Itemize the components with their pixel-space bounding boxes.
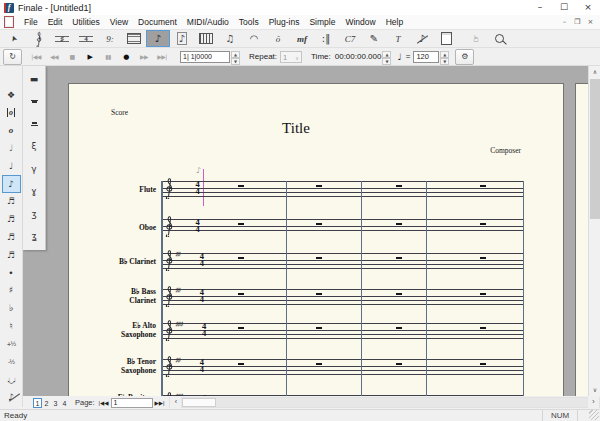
menu-document[interactable]: Document <box>133 15 182 29</box>
staff-lines[interactable] <box>161 323 524 339</box>
page-tab-1[interactable]: 1 <box>33 398 42 408</box>
child-minimize-button[interactable]: – <box>558 16 571 29</box>
half-note[interactable]: ♩ <box>2 139 21 157</box>
page-tab-4[interactable]: 4 <box>60 398 69 408</box>
menu-midi-audio[interactable]: MIDI/Audio <box>182 15 234 29</box>
minimize-button[interactable]: – <box>528 0 552 15</box>
child-restore-button[interactable]: ❐ <box>571 16 584 29</box>
half-step-up[interactable]: +½ <box>2 335 21 353</box>
tie[interactable]: ♩‿♩ <box>2 371 21 389</box>
menu-plug-ins[interactable]: Plug-ins <box>264 15 305 29</box>
reposition-tool[interactable]: ❖ <box>2 86 21 104</box>
resize-grip[interactable] <box>589 410 599 420</box>
half-step-down[interactable]: -½ <box>2 353 21 371</box>
hundred-twenty-eighth-note[interactable]: ♬ <box>2 246 21 264</box>
close-button[interactable]: × <box>576 0 600 15</box>
menu-edit[interactable]: Edit <box>43 15 68 29</box>
play-button[interactable]: ▶ <box>81 53 99 61</box>
staff-lines[interactable] <box>161 253 524 269</box>
quarter-note[interactable]: ♩ <box>2 157 21 175</box>
simple-entry-tool[interactable]: ♪ <box>146 30 170 47</box>
move-to-start-button[interactable]: |◀◀ <box>27 53 45 61</box>
sixty-fourth-note[interactable]: ♬ <box>2 228 21 246</box>
staff-lines[interactable] <box>161 289 524 305</box>
natural[interactable]: ♮ <box>2 317 21 335</box>
staff-tool[interactable] <box>26 30 50 47</box>
resize-tool[interactable]: ♪ <box>410 30 434 47</box>
vertical-scrollbar[interactable]: ∧ ∨ <box>588 66 600 396</box>
eighth-note[interactable]: ♪ <box>2 175 21 193</box>
tempo-spinner[interactable]: ▲▼ <box>440 51 449 63</box>
augmentation-dot[interactable]: • <box>2 264 21 282</box>
score-page[interactable]: Score Title Composer ♪ Flute44Oboe44B♭ C… <box>68 83 564 396</box>
menu-utilities[interactable]: Utilities <box>67 15 104 29</box>
sixty-fourth-rest[interactable]: ʓ <box>25 225 44 247</box>
vertical-scrollbar-thumb[interactable] <box>590 79 600 219</box>
sixteenth-rest[interactable]: ɣ <box>25 180 44 202</box>
text-tool[interactable]: T <box>386 30 410 47</box>
sixteenth-note[interactable]: ♬ <box>2 193 21 211</box>
playback-settings-button[interactable]: ⚙ <box>455 49 474 65</box>
double-whole-rest[interactable]: ▬ <box>25 68 44 90</box>
thirty-second-rest[interactable]: ʒ <box>25 202 44 224</box>
rewind-button[interactable]: ◀◀ <box>45 53 63 61</box>
menu-tools[interactable]: Tools <box>234 15 264 29</box>
stop-button[interactable]: ■ <box>63 53 81 61</box>
page-number-input[interactable] <box>111 398 153 408</box>
chord-tool[interactable]: C7 <box>338 30 362 47</box>
scroll-left-button[interactable]: ‹ <box>170 397 181 408</box>
thirty-second-note[interactable]: ♬ <box>2 210 21 228</box>
page-tab-3[interactable]: 3 <box>51 398 60 408</box>
playback-position-input[interactable] <box>180 51 230 63</box>
playback-controls-expander[interactable]: ↻ <box>3 49 22 65</box>
zoom-tool[interactable] <box>487 30 511 47</box>
whole-note[interactable]: o <box>2 121 21 139</box>
staff-lines[interactable] <box>161 395 524 396</box>
whole-rest[interactable] <box>25 90 44 112</box>
grace-note[interactable]: ♪ <box>2 388 21 406</box>
fast-forward-button[interactable]: ▶▶ <box>135 53 153 61</box>
eighth-rest[interactable]: γ <box>25 158 44 180</box>
staff-lines[interactable] <box>161 181 524 197</box>
page-tab-2[interactable]: 2 <box>42 398 51 408</box>
sharp[interactable]: ♯ <box>2 282 21 300</box>
tempo-input[interactable] <box>413 51 439 63</box>
menu-view[interactable]: View <box>105 15 133 29</box>
flat[interactable]: ♭ <box>2 299 21 317</box>
horizontal-scrollbar-thumb[interactable] <box>182 398 216 407</box>
double-whole-note[interactable]: o <box>2 104 21 122</box>
menu-window[interactable]: Window <box>340 15 380 29</box>
horizontal-scrollbar[interactable]: ‹ › <box>169 397 600 408</box>
eraser-tool[interactable] <box>2 68 21 86</box>
move-to-end-button[interactable]: ▶▶| <box>153 53 171 61</box>
speedy-entry-tool[interactable]: ♪ <box>170 30 194 47</box>
scroll-up-button[interactable]: ∧ <box>589 66 600 78</box>
repeat-select[interactable]: 1∨ <box>280 51 302 63</box>
key-signature-tool[interactable]: ♯ <box>50 30 74 47</box>
hand-grabber-tool[interactable]: ☞ <box>467 27 484 51</box>
clef-tool[interactable]: 9: <box>98 30 122 47</box>
tuplet-tool[interactable]: ♫ <box>218 30 242 47</box>
half-rest[interactable] <box>25 113 44 135</box>
child-close-button[interactable]: × <box>584 16 597 29</box>
expression-tool[interactable]: mf <box>290 30 314 47</box>
last-page-button[interactable]: ▶| <box>159 400 165 406</box>
staff-lines[interactable] <box>161 219 524 235</box>
record-button[interactable]: ● <box>117 53 135 61</box>
time-signature-tool[interactable]: 4 <box>74 30 98 47</box>
menu-simple[interactable]: Simple <box>304 15 340 29</box>
menu-file[interactable]: File <box>19 15 43 29</box>
scroll-right-button[interactable]: › <box>588 397 599 408</box>
staff-lines[interactable] <box>161 359 524 375</box>
pause-button[interactable]: ▮▮ <box>99 53 117 61</box>
menu-help[interactable]: Help <box>381 15 408 29</box>
articulation-tool[interactable]: ŏ <box>266 30 290 47</box>
position-spinner[interactable]: ▲▼ <box>231 51 240 63</box>
repeat-tool[interactable]: :‖ <box>314 30 338 47</box>
horizontal-scrollbar-track[interactable] <box>217 398 588 407</box>
measure-tool[interactable] <box>122 30 146 47</box>
time-spinner[interactable]: ▲▼ <box>382 51 391 63</box>
prev-page-button[interactable]: ◀ <box>104 400 108 406</box>
smart-shape-tool[interactable]: ◠ <box>242 30 266 47</box>
scroll-down-button[interactable]: ∨ <box>589 384 600 396</box>
